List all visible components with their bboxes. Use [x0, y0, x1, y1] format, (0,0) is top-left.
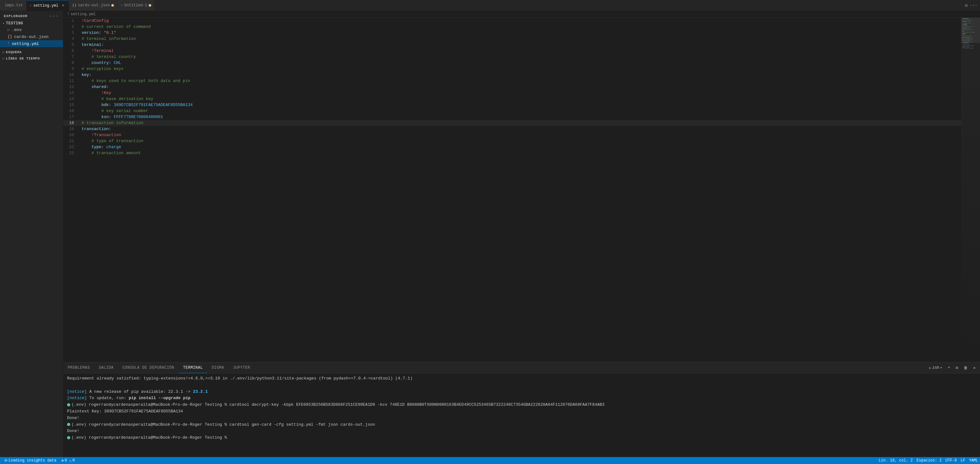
sidebar-item-env[interactable]: ▷ .env [0, 26, 63, 33]
line-content-9[interactable]: # encryption keys [79, 66, 961, 72]
terminal-line: (.env) rogerrandycardenasperalta@MacBook… [67, 402, 976, 408]
panel-tab-salida[interactable]: SALIDA [94, 362, 118, 373]
token [82, 78, 91, 83]
status-loading[interactable]: ⟳ Loading insights data [3, 457, 58, 464]
status-spaces[interactable]: Espacios: 2 [915, 457, 943, 464]
sidebar-section-linea-de-tiempo[interactable]: ▷ LÍNEA DE TIEMPO [0, 56, 63, 62]
token: : [109, 115, 114, 119]
sidebar-item-label-cards-out-json: cards-out.json [14, 35, 48, 39]
code-line-4: 4# terminal information [63, 36, 961, 42]
code-line-8: 8 country: CHL [63, 60, 961, 66]
sidebar-item-cards-out-json[interactable]: {} cards-out.json [0, 33, 63, 40]
line-content-8[interactable]: country: CHL [79, 60, 961, 66]
sidebar-dots[interactable]: ··· [49, 14, 59, 19]
token: : [101, 145, 106, 149]
tab-bar-actions[interactable]: ⊡ ··· [962, 3, 980, 8]
new-terminal-btn[interactable]: ▷ zsh ▾ [927, 365, 944, 371]
line-num-22: 22 [63, 144, 79, 150]
token: : [106, 85, 109, 89]
status-language[interactable]: YAML [967, 457, 980, 464]
minimap-highlight [961, 18, 980, 43]
token: : [109, 61, 114, 65]
line-content-11[interactable]: # keys used to encrypt both data and pin [79, 78, 961, 84]
token: !Key [82, 91, 111, 95]
line-num-3: 3 [63, 30, 79, 36]
panel-tab-terminal[interactable]: TERMINAL [179, 362, 207, 373]
split-terminal-btn[interactable]: ⊡ [954, 365, 960, 371]
more-actions-icon[interactable]: ··· [970, 3, 977, 8]
right-panel: ! setting.yml 1!CardConfig2# current ver… [63, 11, 980, 457]
line-content-17[interactable]: ksn: FFFF7708E70000400001 [79, 114, 961, 120]
error-count: 0 [65, 458, 67, 463]
code-line-7: 7 # terminal country [63, 54, 961, 60]
line-content-7[interactable]: # terminal country [79, 54, 961, 60]
line-content-4[interactable]: # terminal information [79, 36, 961, 42]
line-content-1[interactable]: !CardConfig [79, 18, 961, 24]
code-line-1: 1!CardConfig [63, 18, 961, 24]
token [82, 85, 91, 89]
status-line-ending[interactable]: LF [959, 457, 967, 464]
line-content-19[interactable]: transaction: [79, 126, 961, 132]
tab-dirty-dot-untitled [149, 4, 151, 6]
sidebar-item-setting-yml[interactable]: ! setting.yml [0, 40, 63, 47]
line-content-3[interactable]: version: "0.1" [79, 30, 961, 36]
breadcrumb-icon: ! [67, 12, 69, 16]
tab-close-setting[interactable]: × [60, 3, 65, 8]
tab-setting[interactable]: ! setting.yml × [27, 0, 69, 11]
token: charge [106, 145, 121, 149]
add-terminal-btn[interactable]: + [946, 365, 952, 371]
line-content-14[interactable]: # base derivation key [79, 96, 961, 102]
editor-main[interactable]: 1!CardConfig2# current version of comman… [63, 18, 961, 362]
tab-icon-setting: ! [30, 4, 32, 8]
panel-tab-jupyter[interactable]: JUPYTER [228, 362, 255, 373]
line-content-5[interactable]: terminal: [79, 42, 961, 48]
token: # keys used to encrypt both data and pin [91, 78, 190, 83]
token [82, 139, 91, 144]
tab-impo[interactable]: impo.txt [0, 0, 27, 11]
line-num-11: 11 [63, 78, 79, 84]
line-content-10[interactable]: key: [79, 72, 961, 78]
close-panel-btn[interactable]: ✕ [972, 365, 977, 371]
kill-terminal-btn[interactable]: 🗑 [962, 365, 970, 371]
sidebar-section-esquema[interactable]: ▷ ESQUEMA [0, 49, 63, 56]
code-line-13: 13 !Key [63, 90, 961, 96]
error-icon: ⊗ [61, 458, 64, 463]
status-errors[interactable]: ⊗ 0 ⚠ 0 [59, 457, 76, 464]
split-editor-icon[interactable]: ⊡ [965, 3, 967, 8]
terminal-line [67, 382, 976, 389]
tab-cards-out[interactable]: () cards-out.json [69, 0, 117, 11]
code-line-12: 12 shared: [63, 84, 961, 90]
token: CHL [114, 61, 121, 65]
spaces-text: Espacios: 2 [917, 458, 942, 463]
terminal-line: (.env) rogerrandycardenasperalta@MacBook… [67, 422, 976, 428]
token: # type of transaction [91, 139, 143, 144]
line-content-23[interactable]: # transaction amount [79, 150, 961, 156]
editor-container: 1!CardConfig2# current version of comman… [63, 18, 980, 362]
line-content-22[interactable]: type: charge [79, 144, 961, 150]
terminal-content[interactable]: Requirement already satisfied: typing-ex… [63, 373, 980, 457]
panel-tab-problemas[interactable]: PROBLEMAS [63, 362, 94, 373]
tab-untitled[interactable]: ! Untitled-1 [117, 0, 155, 11]
line-num-7: 7 [63, 54, 79, 60]
code-line-11: 11 # keys used to encrypt both data and … [63, 78, 961, 84]
line-content-18[interactable]: # transaction information [79, 120, 961, 126]
status-line-col[interactable]: Lín. 18, col. 2 [877, 457, 915, 464]
line-content-6[interactable]: !Terminal [79, 48, 961, 54]
sidebar-bottom-sections: ▷ ESQUEMA ▷ LÍNEA DE TIEMPO [0, 49, 63, 62]
line-content-2[interactable]: # current version of command [79, 24, 961, 30]
terminal-dropdown-icon[interactable]: ▾ [940, 366, 942, 370]
token: # base derivation key [101, 97, 153, 101]
sidebar-title: EXPLORADOR [4, 14, 27, 18]
line-content-20[interactable]: !Transaction [79, 132, 961, 138]
line-content-21[interactable]: # type of transaction [79, 138, 961, 144]
line-content-12[interactable]: shared: [79, 84, 961, 90]
line-content-15[interactable]: bdk: 389D7CBS2F791FAE75ADEAF8D55BA134 [79, 102, 961, 108]
panel-tab-digma[interactable]: DIGMA [207, 362, 228, 373]
line-content-13[interactable]: !Key [79, 90, 961, 96]
panel-tab-consola[interactable]: CONSOLA DE DEPURACIÓN [118, 362, 179, 373]
sidebar-workspace-header[interactable]: ▾ TESTING [0, 21, 63, 26]
line-content-16[interactable]: # key serial number [79, 108, 961, 114]
main-layout: EXPLORADOR ··· ▾ TESTING ▷ .env {} cards… [0, 11, 980, 457]
status-encoding[interactable]: UTF-8 [943, 457, 959, 464]
token: : [89, 72, 91, 77]
